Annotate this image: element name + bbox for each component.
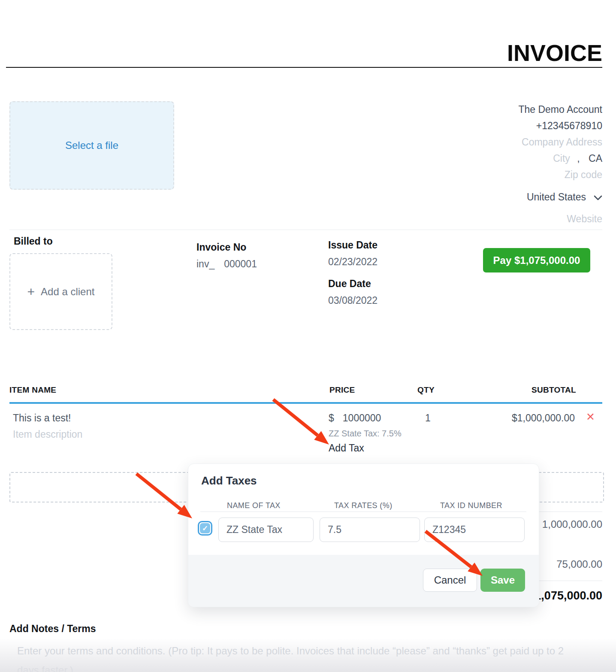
item-tax-summary: ZZ State Tax: 7.5%: [329, 429, 402, 439]
company-city-state-row: City , CA: [422, 150, 602, 166]
item-subtotal: $1,000,000.00: [512, 412, 575, 424]
company-city-field[interactable]: City: [553, 153, 570, 164]
add-taxes-modal: Add Taxes NAME OF TAX TAX RATES (%) TAX …: [188, 463, 539, 607]
company-name[interactable]: The Demo Account: [422, 101, 602, 118]
modal-col-tax-id: TAX ID NUMBER: [440, 501, 502, 510]
company-info: The Demo Account +12345678910 Company Ad…: [422, 101, 602, 227]
tax-id-input[interactable]: [424, 518, 525, 542]
company-zip-field[interactable]: Zip code: [422, 166, 602, 183]
section-divider: [9, 230, 602, 230]
save-button[interactable]: Save: [480, 569, 525, 592]
issue-date-block: Issue Date 02/23/2022 Due Date 03/08/202…: [328, 239, 377, 306]
issue-date-field[interactable]: 02/23/2022: [328, 256, 377, 268]
arrow-to-add-tax: [273, 400, 329, 445]
page-title: INVOICE: [507, 39, 602, 66]
col-header-item-name: ITEM NAME: [9, 385, 56, 395]
tax-checkbox[interactable]: ✓: [198, 521, 212, 536]
delete-row-icon[interactable]: ✕: [586, 412, 595, 422]
company-website-field[interactable]: Website: [422, 211, 602, 227]
title-divider: [6, 67, 602, 68]
item-description-field[interactable]: Item description: [13, 429, 82, 440]
country-select[interactable]: United States: [422, 189, 602, 205]
add-client-label: Add a client: [41, 286, 94, 298]
item-qty-field[interactable]: 1: [425, 412, 431, 424]
add-tax-link[interactable]: Add Tax: [329, 442, 364, 454]
country-value: United States: [527, 189, 586, 205]
col-header-price: PRICE: [329, 385, 355, 395]
currency-symbol: $: [329, 412, 334, 424]
notes-textarea[interactable]: Enter your terms and conditions. (Pro ti…: [17, 641, 588, 672]
company-state-field[interactable]: CA: [589, 153, 602, 164]
modal-col-tax-rates: TAX RATES (%): [334, 501, 393, 510]
totals-total-value: 1,075,000.00: [534, 589, 602, 602]
invoice-page: INVOICE Select a file The Demo Account +…: [0, 0, 616, 672]
invoice-number-field[interactable]: 000001: [224, 258, 257, 269]
plus-icon: +: [27, 285, 35, 299]
totals-tax-value: 75,000.00: [556, 558, 602, 570]
col-header-qty: QTY: [417, 385, 435, 395]
notes-label: Add Notes / Terms: [9, 623, 96, 635]
item-price-field[interactable]: $1000000: [329, 412, 381, 424]
issue-date-label: Issue Date: [328, 239, 377, 251]
cancel-button[interactable]: Cancel: [423, 569, 477, 592]
totals-subtotal-value: 1,000,000.00: [542, 518, 602, 530]
modal-col-name-of-tax: NAME OF TAX: [227, 501, 281, 510]
table-header-rule: [9, 402, 602, 404]
due-date-field[interactable]: 03/08/2022: [328, 295, 377, 306]
invoice-prefix: inv_: [196, 258, 214, 269]
item-name-field[interactable]: This is a test!: [13, 412, 71, 424]
company-address-field[interactable]: Company Address: [422, 134, 602, 150]
price-value: 1000000: [343, 412, 381, 424]
chevron-down-icon: [594, 189, 602, 205]
select-file-label: Select a file: [65, 139, 118, 151]
company-phone[interactable]: +12345678910: [422, 118, 602, 134]
billed-to-label: Billed to: [14, 236, 53, 247]
add-client-button[interactable]: + Add a client: [9, 253, 112, 330]
invoice-number-block: Invoice No inv_000001: [196, 242, 257, 270]
logo-upload-dropzone[interactable]: Select a file: [9, 101, 174, 190]
col-header-subtotal: SUBTOTAL: [531, 385, 576, 395]
checkmark-icon: ✓: [200, 523, 210, 533]
modal-footer: Cancel Save: [188, 555, 539, 607]
tax-name-input[interactable]: [218, 518, 314, 542]
due-date-label: Due Date: [328, 278, 377, 290]
modal-header-rule: [200, 512, 526, 512]
modal-title: Add Taxes: [201, 474, 257, 487]
invoice-no-label: Invoice No: [196, 242, 257, 253]
city-state-separator: ,: [577, 153, 580, 164]
tax-rate-input[interactable]: [320, 518, 420, 542]
pay-button[interactable]: Pay $1,075,000.00: [483, 248, 590, 272]
